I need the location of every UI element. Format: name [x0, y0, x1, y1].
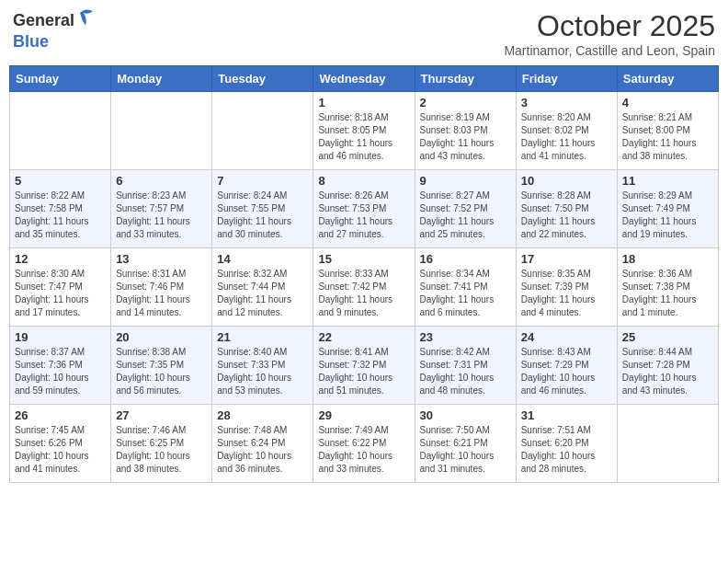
day-number: 19	[15, 330, 106, 344]
day-info: Sunrise: 8:37 AM Sunset: 7:36 PM Dayligh…	[15, 346, 106, 397]
calendar-cell: 18Sunrise: 8:36 AM Sunset: 7:38 PM Dayli…	[617, 248, 718, 327]
calendar-cell: 2Sunrise: 8:19 AM Sunset: 8:03 PM Daylig…	[415, 92, 516, 170]
calendar-day-header: Friday	[516, 66, 617, 92]
logo-text-general: General	[13, 12, 74, 30]
day-number: 29	[318, 408, 409, 422]
day-number: 27	[116, 408, 207, 422]
calendar-cell: 28Sunrise: 7:48 AM Sunset: 6:24 PM Dayli…	[212, 405, 313, 483]
day-number: 18	[622, 252, 713, 266]
logo-text-blue: Blue	[13, 32, 49, 51]
calendar-cell: 4Sunrise: 8:21 AM Sunset: 8:00 PM Daylig…	[617, 92, 718, 170]
location-subtitle: Martinamor, Castille and Leon, Spain	[504, 43, 715, 58]
calendar-day-header: Saturday	[617, 66, 718, 92]
calendar-week-row: 5Sunrise: 8:22 AM Sunset: 7:58 PM Daylig…	[10, 170, 719, 248]
day-info: Sunrise: 8:27 AM Sunset: 7:52 PM Dayligh…	[420, 190, 511, 241]
day-info: Sunrise: 8:30 AM Sunset: 7:47 PM Dayligh…	[15, 268, 106, 319]
day-number: 15	[318, 252, 409, 266]
calendar-cell: 22Sunrise: 8:41 AM Sunset: 7:32 PM Dayli…	[313, 327, 415, 405]
day-number: 4	[622, 96, 713, 109]
day-info: Sunrise: 7:45 AM Sunset: 6:26 PM Dayligh…	[15, 424, 106, 476]
calendar-cell: 27Sunrise: 7:46 AM Sunset: 6:25 PM Dayli…	[111, 405, 212, 483]
day-info: Sunrise: 7:50 AM Sunset: 6:21 PM Dayligh…	[420, 424, 511, 476]
day-info: Sunrise: 8:34 AM Sunset: 7:41 PM Dayligh…	[420, 268, 511, 319]
day-info: Sunrise: 8:32 AM Sunset: 7:44 PM Dayligh…	[217, 268, 308, 319]
calendar-cell	[617, 405, 718, 483]
logo-bird-icon	[76, 6, 95, 33]
calendar-cell: 29Sunrise: 7:49 AM Sunset: 6:22 PM Dayli…	[313, 405, 415, 483]
calendar-cell: 17Sunrise: 8:35 AM Sunset: 7:39 PM Dayli…	[516, 248, 617, 327]
calendar-cell: 21Sunrise: 8:40 AM Sunset: 7:33 PM Dayli…	[212, 327, 313, 405]
calendar-cell: 13Sunrise: 8:31 AM Sunset: 7:46 PM Dayli…	[111, 248, 212, 327]
day-number: 11	[622, 174, 713, 188]
day-info: Sunrise: 8:23 AM Sunset: 7:57 PM Dayligh…	[116, 190, 207, 241]
calendar-cell: 7Sunrise: 8:24 AM Sunset: 7:55 PM Daylig…	[212, 170, 313, 248]
calendar-day-header: Thursday	[415, 66, 516, 92]
calendar-cell: 10Sunrise: 8:28 AM Sunset: 7:50 PM Dayli…	[516, 170, 617, 248]
day-info: Sunrise: 8:18 AM Sunset: 8:05 PM Dayligh…	[318, 111, 409, 163]
day-info: Sunrise: 8:35 AM Sunset: 7:39 PM Dayligh…	[521, 268, 612, 319]
calendar-week-row: 19Sunrise: 8:37 AM Sunset: 7:36 PM Dayli…	[10, 327, 719, 405]
day-number: 22	[318, 330, 409, 344]
calendar-day-header: Tuesday	[212, 66, 313, 92]
day-number: 20	[116, 330, 207, 344]
calendar-cell: 1Sunrise: 8:18 AM Sunset: 8:05 PM Daylig…	[313, 92, 415, 170]
day-info: Sunrise: 7:49 AM Sunset: 6:22 PM Dayligh…	[318, 424, 409, 476]
day-info: Sunrise: 8:28 AM Sunset: 7:50 PM Dayligh…	[521, 190, 612, 241]
day-info: Sunrise: 8:41 AM Sunset: 7:32 PM Dayligh…	[318, 346, 409, 397]
page-header: General Blue October 2025 Martinamor, Ca…	[9, 9, 719, 58]
day-number: 30	[420, 408, 511, 422]
day-number: 8	[318, 174, 409, 188]
calendar-cell: 25Sunrise: 8:44 AM Sunset: 7:28 PM Dayli…	[617, 327, 718, 405]
calendar-cell: 19Sunrise: 8:37 AM Sunset: 7:36 PM Dayli…	[10, 327, 111, 405]
day-info: Sunrise: 8:40 AM Sunset: 7:33 PM Dayligh…	[217, 346, 308, 397]
day-info: Sunrise: 7:46 AM Sunset: 6:25 PM Dayligh…	[116, 424, 207, 476]
calendar-cell: 15Sunrise: 8:33 AM Sunset: 7:42 PM Dayli…	[313, 248, 415, 327]
day-number: 3	[521, 96, 612, 109]
calendar-cell: 6Sunrise: 8:23 AM Sunset: 7:57 PM Daylig…	[111, 170, 212, 248]
calendar-cell	[212, 92, 313, 170]
calendar-week-row: 1Sunrise: 8:18 AM Sunset: 8:05 PM Daylig…	[10, 92, 719, 170]
day-info: Sunrise: 8:26 AM Sunset: 7:53 PM Dayligh…	[318, 190, 409, 241]
calendar-cell	[10, 92, 111, 170]
day-number: 13	[116, 252, 207, 266]
day-number: 21	[217, 330, 308, 344]
day-info: Sunrise: 8:24 AM Sunset: 7:55 PM Dayligh…	[217, 190, 308, 241]
day-info: Sunrise: 7:51 AM Sunset: 6:20 PM Dayligh…	[521, 424, 612, 476]
calendar-cell: 24Sunrise: 8:43 AM Sunset: 7:29 PM Dayli…	[516, 327, 617, 405]
day-number: 9	[420, 174, 511, 188]
calendar-cell: 14Sunrise: 8:32 AM Sunset: 7:44 PM Dayli…	[212, 248, 313, 327]
day-info: Sunrise: 8:29 AM Sunset: 7:49 PM Dayligh…	[622, 190, 713, 241]
calendar-week-row: 12Sunrise: 8:30 AM Sunset: 7:47 PM Dayli…	[10, 248, 719, 327]
calendar-cell: 12Sunrise: 8:30 AM Sunset: 7:47 PM Dayli…	[10, 248, 111, 327]
day-number: 7	[217, 174, 308, 188]
day-number: 17	[521, 252, 612, 266]
day-info: Sunrise: 8:42 AM Sunset: 7:31 PM Dayligh…	[420, 346, 511, 397]
calendar-cell: 16Sunrise: 8:34 AM Sunset: 7:41 PM Dayli…	[415, 248, 516, 327]
calendar-cell: 11Sunrise: 8:29 AM Sunset: 7:49 PM Dayli…	[617, 170, 718, 248]
day-number: 6	[116, 174, 207, 188]
day-number: 25	[622, 330, 713, 344]
day-info: Sunrise: 8:21 AM Sunset: 8:00 PM Dayligh…	[622, 111, 713, 163]
day-info: Sunrise: 8:20 AM Sunset: 8:02 PM Dayligh…	[521, 111, 612, 163]
calendar-cell: 8Sunrise: 8:26 AM Sunset: 7:53 PM Daylig…	[313, 170, 415, 248]
calendar-day-header: Wednesday	[313, 66, 415, 92]
calendar-day-header: Sunday	[10, 66, 111, 92]
calendar-cell	[111, 92, 212, 170]
calendar-cell: 23Sunrise: 8:42 AM Sunset: 7:31 PM Dayli…	[415, 327, 516, 405]
calendar-cell: 20Sunrise: 8:38 AM Sunset: 7:35 PM Dayli…	[111, 327, 212, 405]
day-number: 14	[217, 252, 308, 266]
day-info: Sunrise: 8:44 AM Sunset: 7:28 PM Dayligh…	[622, 346, 713, 397]
day-number: 24	[521, 330, 612, 344]
day-number: 12	[15, 252, 106, 266]
day-number: 2	[420, 96, 511, 109]
day-info: Sunrise: 8:19 AM Sunset: 8:03 PM Dayligh…	[420, 111, 511, 163]
calendar-cell: 26Sunrise: 7:45 AM Sunset: 6:26 PM Dayli…	[10, 405, 111, 483]
title-block: October 2025 Martinamor, Castille and Le…	[504, 9, 715, 58]
day-number: 5	[15, 174, 106, 188]
calendar-cell: 5Sunrise: 8:22 AM Sunset: 7:58 PM Daylig…	[10, 170, 111, 248]
day-info: Sunrise: 8:22 AM Sunset: 7:58 PM Dayligh…	[15, 190, 106, 241]
month-title: October 2025	[504, 9, 715, 43]
day-info: Sunrise: 8:31 AM Sunset: 7:46 PM Dayligh…	[116, 268, 207, 319]
calendar-day-header: Monday	[111, 66, 212, 92]
calendar-table: SundayMondayTuesdayWednesdayThursdayFrid…	[9, 65, 719, 483]
